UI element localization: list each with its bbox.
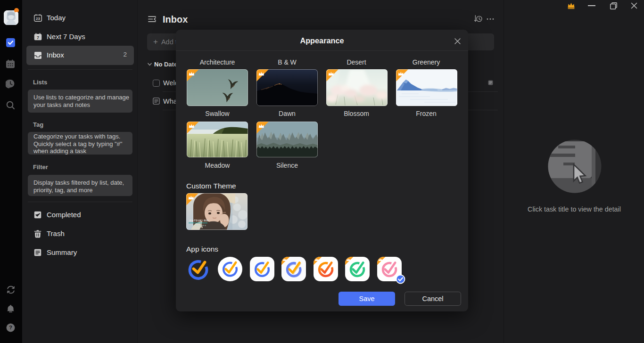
svg-text:23: 23 [36, 16, 40, 21]
svg-text:7: 7 [37, 35, 39, 40]
svg-text:?: ? [9, 325, 12, 330]
